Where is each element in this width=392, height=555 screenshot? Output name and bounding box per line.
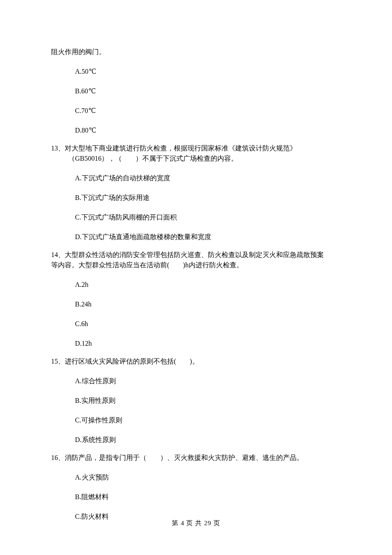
q12-stem-continuation: 阻火作用的阀门。 — [51, 47, 341, 57]
q13-option-a: A.下沉式广场的自动扶梯的宽度 — [51, 173, 341, 183]
q15-option-a: A.综合性原则 — [51, 376, 341, 386]
q13-option-b: B.下沉式广场的实际用途 — [51, 193, 341, 203]
q12-option-a: A.50℃ — [51, 66, 341, 77]
q15-option-c: C.可操作性原则 — [51, 415, 341, 425]
q14-option-a: A.2h — [51, 280, 341, 290]
q14-option-b: B.24h — [51, 299, 341, 309]
q13-stem-cont: （GB50016），（ ）不属于下沉式广场检查的内容。 — [51, 153, 341, 164]
q14-option-d: D.12h — [51, 338, 341, 349]
q14-stem: 14、大型群众性活动的消防安全管理包括防火巡查、防火检查以及制定灭火和应急疏散预… — [51, 250, 341, 260]
q12-option-c: C.70℃ — [51, 106, 341, 116]
q16-option-b: B.阻燃材料 — [51, 492, 341, 502]
q15-option-d: D.系统性原则 — [51, 435, 341, 445]
q15-stem: 15、进行区域火灾风险评估的原则不包括( )。 — [51, 356, 341, 367]
page: 阻火作用的阀门。 A.50℃ B.60℃ C.70℃ D.80℃ 13、对大型地… — [0, 0, 392, 555]
q13-option-d: D.下沉式广场直通地面疏散楼梯的数量和宽度 — [51, 232, 341, 242]
q13-option-c: C.下沉式广场防风雨棚的开口面积 — [51, 212, 341, 223]
q12-option-b: B.60℃ — [51, 86, 341, 96]
q12-option-d: D.80℃ — [51, 125, 341, 136]
q15-option-b: B.实用性原则 — [51, 396, 341, 406]
page-footer: 第 4 页 共 29 页 — [0, 518, 392, 528]
q14-option-c: C.6h — [51, 319, 341, 329]
q14-stem-cont: 等内容。大型群众性活动应当在活动前( )h内进行防火检查。 — [51, 260, 341, 270]
q16-stem: 16、消防产品，是指专门用于（ ）、灭火救援和火灾防护、避难、逃生的产品。 — [51, 453, 341, 463]
q16-option-a: A.火灾预防 — [51, 472, 341, 483]
q13-stem: 13、对大型地下商业建筑进行防火检查，根据现行国家标准《建筑设计防火规范》 — [51, 143, 341, 153]
